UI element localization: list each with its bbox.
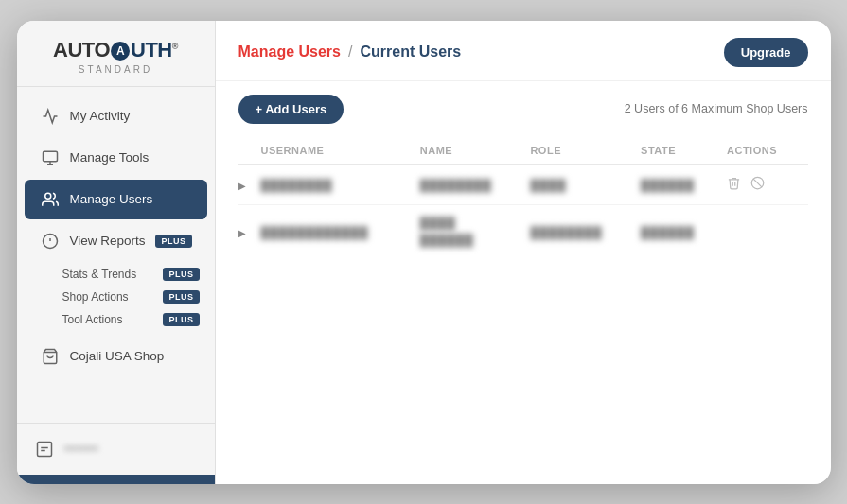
row2-actions (727, 204, 808, 258)
expand-icon[interactable]: ▶ (238, 181, 246, 191)
shop-icon (40, 346, 61, 367)
breadcrumb-separator: / (348, 43, 352, 61)
add-users-button[interactable]: + Add Users (238, 95, 344, 124)
role-blurred: ████ (530, 179, 566, 192)
breadcrumb-current: Current Users (360, 43, 461, 61)
table-row: ▶ ████████ ████████ ████ ██████ (238, 164, 808, 204)
breadcrumb-link[interactable]: Manage Users (238, 43, 342, 61)
state2-blurred: ██████ (641, 226, 695, 239)
row1-actions (727, 164, 808, 204)
row1-username: ████████ (261, 164, 420, 204)
sidebar-item-manage-users-label: Manage Users (70, 192, 153, 206)
row2-state: ██████ (641, 204, 727, 258)
row2-name: ████ ██████ (420, 204, 531, 258)
col-state: STATE (641, 137, 727, 165)
upgrade-bar (17, 475, 215, 484)
stats-badge: PLUS (163, 268, 199, 281)
sidebar-sub-shop-actions[interactable]: Shop Actions PLUS (17, 286, 215, 308)
breadcrumb: Manage Users / Current Users (238, 43, 462, 61)
svg-rect-0 (43, 151, 57, 162)
profile-label: •••••••• (64, 442, 98, 456)
users-count: 2 Users of 6 Maximum Shop Users (625, 102, 808, 115)
name2-line1-blurred: ████ (420, 217, 521, 230)
view-reports-row: View Reports PLUS (70, 234, 192, 248)
tools-icon (40, 148, 61, 168)
row1-name: ████████ (420, 164, 531, 204)
logo-subtitle: STANDARD (32, 64, 200, 75)
col-role: ROLE (530, 137, 641, 165)
block-icon[interactable] (750, 176, 765, 193)
sidebar-item-manage-tools[interactable]: Manage Tools (25, 138, 207, 178)
logo-auth: UTH (131, 38, 172, 61)
main-toolbar: + Add Users 2 Users of 6 Maximum Shop Us… (216, 81, 831, 137)
shop-actions-badge: PLUS (163, 290, 199, 304)
logo-auto: AUTO (53, 38, 110, 61)
sidebar-item-cojali-shop[interactable]: Cojali USA Shop (25, 337, 207, 376)
row2-expand[interactable]: ▶ (238, 204, 261, 258)
state-blurred: ██████ (641, 179, 695, 192)
col-actions: ACTIONS (727, 137, 808, 165)
svg-rect-8 (37, 442, 51, 456)
row1-expand[interactable]: ▶ (238, 164, 261, 204)
activity-icon (40, 106, 61, 127)
svg-point-3 (44, 193, 50, 199)
col-username: USERNAME (261, 137, 420, 165)
sidebar-sub-stats[interactable]: Stats & Trends PLUS (17, 263, 215, 286)
row2-username: ████████████ (261, 204, 420, 258)
svg-line-10 (753, 179, 762, 187)
profile-icon (34, 439, 55, 460)
users-icon (40, 189, 61, 210)
col-name: NAME (420, 137, 531, 165)
username-blurred: ████████ (261, 179, 333, 192)
sidebar-bottom: •••••••• (17, 423, 215, 475)
col-expand (238, 137, 261, 165)
reports-icon (40, 231, 61, 252)
role2-blurred: ████████ (530, 226, 602, 239)
sidebar-item-activity[interactable]: My Activity (25, 96, 207, 136)
tool-actions-badge: PLUS (163, 313, 199, 326)
view-reports-badge: PLUS (155, 235, 191, 248)
sidebar: AUTOAUTH® STANDARD My Activity (17, 21, 216, 484)
logo-reg: ® (172, 41, 178, 50)
nav-items: My Activity Manage Tools Manage Us (17, 87, 215, 423)
table-row: ▶ ████████████ ████ ██████ █████ (238, 204, 808, 258)
name2-multi: ████ ██████ (420, 217, 521, 247)
table-area: USERNAME NAME ROLE STATE ACTIONS ▶ (216, 137, 831, 484)
row1-role: ████ (530, 164, 641, 204)
users-table: USERNAME NAME ROLE STATE ACTIONS ▶ (238, 137, 808, 258)
logo-area: AUTOAUTH® STANDARD (17, 21, 215, 87)
upgrade-button[interactable]: Upgrade (724, 38, 808, 67)
sidebar-item-manage-tools-label: Manage Tools (70, 150, 150, 165)
row1-state: ██████ (641, 164, 727, 204)
username2-blurred: ████████████ (261, 226, 369, 239)
sidebar-item-view-reports-label: View Reports (70, 234, 146, 248)
expand-icon[interactable]: ▶ (238, 228, 246, 238)
row2-role: ████████ (530, 204, 641, 258)
app-window: AUTOAUTH® STANDARD My Activity (17, 21, 831, 484)
sidebar-item-manage-users[interactable]: Manage Users (25, 180, 207, 219)
main-header: Manage Users / Current Users Upgrade (216, 21, 831, 81)
logo: AUTOAUTH® (32, 38, 200, 62)
sidebar-item-activity-label: My Activity (70, 109, 131, 123)
logo-circle-a: A (111, 42, 130, 61)
nav-sub-items: Stats & Trends PLUS Shop Actions PLUS To… (17, 263, 215, 335)
name-blurred: ████████ (420, 179, 492, 192)
sidebar-sub-tool-actions[interactable]: Tool Actions PLUS (17, 308, 215, 331)
name2-line2-blurred: ██████ (420, 234, 521, 247)
sidebar-item-cojali-label: Cojali USA Shop (70, 349, 165, 363)
action-icons (727, 176, 799, 193)
main-content: Manage Users / Current Users Upgrade + A… (216, 21, 831, 484)
table-header-row: USERNAME NAME ROLE STATE ACTIONS (238, 137, 808, 165)
sidebar-profile[interactable]: •••••••• (25, 431, 207, 467)
sidebar-item-view-reports[interactable]: View Reports PLUS (25, 221, 207, 261)
delete-icon[interactable] (727, 176, 741, 193)
